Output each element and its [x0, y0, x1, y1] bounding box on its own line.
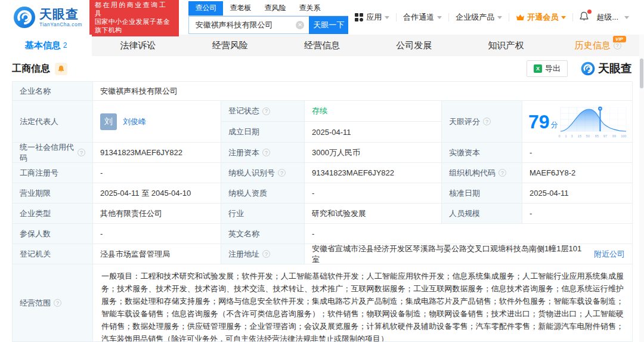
field-value-reg-number: - [93, 163, 221, 183]
question-icon[interactable]: ? [262, 250, 270, 258]
tianyancha-logo-icon [13, 6, 36, 29]
nav-open-vip[interactable]: 开通会员 [509, 12, 572, 23]
score-value: 79 [528, 112, 550, 131]
chevron-down-icon [437, 16, 442, 19]
section-header: 工商信息 X 导出 天眼查 [0, 56, 644, 81]
tianyancha-logo[interactable]: 天眼查 TianYanCha.com [13, 6, 82, 29]
nav-apps[interactable]: 应用 [348, 12, 396, 23]
score-panel[interactable]: 79 分 [522, 101, 633, 143]
field-value-insured-num: - [93, 224, 221, 244]
field-value-english-name: - [305, 224, 633, 244]
field-value-reg-status: 存续 [305, 101, 442, 122]
field-value-address: 安徽省宣城市泾县经济开发区琴溪路与晏公路交叉口观塘科技岛南侧1幢1层101室 附… [305, 244, 633, 264]
promo-line-2: 国家中小企业发展子基金旗下机构 [95, 17, 174, 34]
field-label-business-scope: 经营范围 ? [13, 264, 93, 342]
chevron-down-icon [497, 16, 502, 19]
field-value-legal-rep: 刘 刘俊峰 [93, 101, 221, 143]
vip-badge: VIP [613, 36, 626, 42]
avatar[interactable]: 刘 [100, 113, 117, 130]
tab-legal-litigation[interactable]: 法律诉讼 [92, 35, 184, 56]
tianyancha-watermark-logo: 天眼查 [581, 61, 632, 76]
brand-domain: TianYanCha.com [39, 22, 82, 27]
nearby-companies-link[interactable]: 附近公司 [594, 249, 625, 260]
question-icon[interactable]: ? [499, 169, 506, 177]
promo-badge: 都在用的商业查询工具 国家中小企业发展子基金旗下机构 [89, 0, 179, 36]
field-value-approve-date: 2025-04-11 [522, 183, 633, 204]
field-label-org-code: 组织机构代码 ? [442, 163, 522, 183]
field-label-reg-org: 登记机关 [13, 244, 93, 264]
field-value-business-scope: 一般项目：工程和技术研究和试验发展；软件开发；人工智能基础软件开发；人工智能应用… [93, 264, 633, 342]
question-icon[interactable]: ? [483, 118, 491, 125]
field-label-industry: 行业 [221, 204, 305, 224]
question-icon[interactable]: ? [54, 299, 61, 307]
field-value-business-term: 2025-04-11 至 2045-04-10 [93, 183, 221, 204]
field-label-credit-code: 统一社会信用代码 ? [13, 143, 93, 163]
field-value-credit-code: 91341823MAEF6JY822 [93, 143, 221, 163]
tab-company-development[interactable]: 公司发展 [368, 35, 460, 56]
field-value-company-name: 安徽祺声科技有限公司 [93, 82, 633, 101]
search-area: 查公司 查老板 查风险 查关系 ✕ 天眼一下 [188, 1, 348, 34]
score-tick-label: 0 [558, 134, 560, 137]
score-tick-label: 99 [612, 134, 616, 137]
tab-operation-risk[interactable]: 经营风险 [184, 35, 276, 56]
field-label-insured-num: 参保人数 [13, 224, 93, 244]
tab-operation-info[interactable]: 经营信息 [276, 35, 368, 56]
field-label-company-type: 企业类型 [13, 204, 93, 224]
field-value-company-type: 其他有限责任公司 [93, 204, 221, 224]
search-tab-company[interactable]: 查公司 [188, 1, 223, 16]
search-tab-risk[interactable]: 查风险 [258, 1, 292, 16]
field-label-address: 注册地址 ? [221, 244, 305, 264]
field-value-industry: 研究和试验发展 [305, 204, 442, 224]
field-label-establish-date: 成立日期 [221, 122, 305, 143]
notifications-bell[interactable] [573, 11, 595, 24]
nav-enterprise-products[interactable]: 企业级产品 [449, 12, 509, 23]
field-value-taxpayer-id: 91341823MAEF6JY822 [305, 163, 442, 183]
score-chart-ticks: 0131550859799100 [558, 134, 627, 138]
field-label-score: 天眼评分 ? [442, 101, 522, 143]
scrollbar[interactable] [639, 35, 644, 342]
question-icon[interactable]: ? [278, 169, 286, 177]
clear-search-icon[interactable]: ✕ [296, 21, 304, 29]
field-label-english-name: 英文名称 [221, 224, 305, 244]
nav-account[interactable]: 超级... [595, 12, 636, 23]
tab-history-info[interactable]: VIP 历史信息 ? [552, 35, 644, 56]
field-label-paid-capital: 实缴资本 [442, 143, 522, 163]
score-tick-label: 3 [571, 134, 573, 137]
brand-name: 天眼查 [39, 8, 82, 20]
score-tick-label: 100 [621, 134, 626, 137]
score-tick-label: 15 [578, 134, 581, 137]
score-unit: 分 [551, 120, 558, 130]
question-icon[interactable]: ? [614, 42, 621, 50]
chevron-down-icon [624, 16, 629, 19]
question-icon[interactable]: ? [78, 149, 85, 156]
field-label-legal-rep: 法定代表人 [13, 101, 93, 143]
field-value-org-code: MAEF6JY8-2 [522, 163, 633, 183]
search-input[interactable] [188, 16, 309, 34]
tab-intellectual-property[interactable]: 知识产权 [460, 35, 552, 56]
score-distribution-chart: 0131550859799100 [558, 105, 628, 138]
field-label-company-name: 企业名称 [13, 82, 93, 101]
question-icon[interactable]: ? [262, 107, 270, 115]
section-title: 工商信息 [12, 63, 50, 75]
search-button[interactable]: 天眼一下 [309, 16, 348, 34]
score-tick-label: 85 [595, 134, 599, 137]
tab-count-badge: 2 [63, 41, 67, 50]
search-tab-boss[interactable]: 查老板 [223, 1, 258, 16]
legal-rep-link[interactable]: 刘俊峰 [123, 116, 146, 127]
field-value-reg-org: 泾县市场监督管理局 [93, 244, 221, 264]
field-label-taxpayer-cert: 纳税人资质 [221, 183, 305, 204]
nav-cooperation[interactable]: 合作通道 [397, 12, 448, 23]
chevron-down-icon [561, 16, 566, 19]
field-label-reg-capital: 注册资本 ? [221, 143, 305, 163]
tab-basic-info[interactable]: 基本信息 2 [0, 35, 92, 56]
question-icon[interactable]: ? [262, 149, 270, 156]
subscribe-bell-button[interactable] [55, 63, 67, 75]
search-tab-relation[interactable]: 查关系 [292, 1, 327, 16]
scrollbar-thumb[interactable] [640, 58, 643, 88]
score-curve [558, 105, 627, 133]
field-label-reg-status: 登记状态 ? [221, 101, 305, 122]
top-nav: 应用 合作通道 企业级产品 开通会员 [348, 11, 636, 24]
score-tick-label: 97 [603, 134, 607, 137]
export-button[interactable]: X 导出 [527, 60, 568, 77]
field-label-business-term: 营业期限 [13, 183, 93, 204]
